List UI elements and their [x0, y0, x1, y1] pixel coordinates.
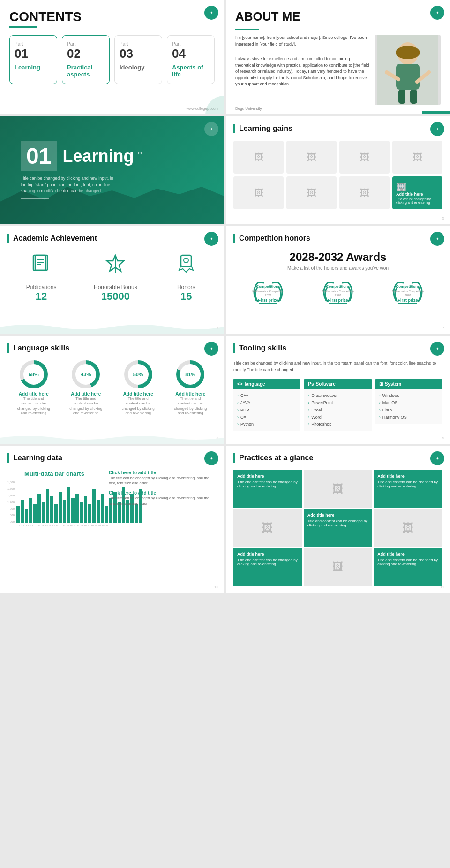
award-2: Competitions Mathematics Competition 202… [312, 277, 364, 314]
img-3: 🖼 [339, 141, 390, 174]
skill-81: 81% Add title here The title and content… [174, 360, 207, 416]
university: Degu University [235, 107, 262, 111]
slide-num-11: 11 [440, 585, 444, 589]
sw-excel: Excel [308, 407, 368, 414]
skill-68: 68% Add title here The title and content… [17, 360, 50, 416]
lang-list: C++ JAVA PHP C# Python [233, 389, 300, 431]
bottom-stripe [422, 111, 450, 114]
svg-text:Competitions: Competitions [396, 284, 420, 289]
y-axis: 1,8001,6001,4001,200900600300 [8, 481, 16, 523]
img-2: 🖼 [286, 141, 337, 174]
img-5: 🖼 [233, 176, 284, 209]
sw-dw: Dreamweaver [308, 392, 368, 399]
practice-cell-5[interactable]: Add title here Title and content can be … [374, 548, 442, 586]
lang-col-icon: <> [237, 381, 243, 387]
comp-title: Competition honors [239, 234, 310, 243]
circle-50: 50% [124, 360, 152, 388]
slide-num-9: 9 [442, 436, 444, 440]
part-card-03[interactable]: Part 03 Ideology [114, 35, 162, 84]
section-accent [233, 124, 235, 133]
data-item-1-title[interactable]: Click here to add title [109, 470, 217, 475]
data-title: Learning data [13, 454, 62, 462]
learning-divider [21, 198, 49, 199]
sw-word: Word [308, 414, 368, 421]
skill-50: 50% Add title here The title and content… [122, 360, 155, 416]
logo-academic: ✦ [204, 232, 218, 246]
data-item-2-desc: The title can be changed by clicking and… [109, 495, 217, 506]
circle-68: 68% [20, 360, 48, 388]
lang-python: Python [237, 421, 297, 428]
img-8-add[interactable]: 🏢 Add title here Title can be changed by… [392, 176, 442, 209]
circle-81: 81% [176, 360, 204, 388]
img-6: 🖼 [286, 176, 337, 209]
bar-1 [16, 506, 20, 523]
wreath-icon-2: Competitions Mathematics Competition 202… [312, 277, 364, 312]
slide-competition: ✦ Competition honors 2028-2032 Awards Ma… [226, 226, 450, 334]
skill-circles: 68% Add title here The title and content… [8, 360, 217, 416]
practice-cell-1[interactable]: Add title here Title and content can be … [233, 470, 302, 508]
sys-list: Windows Mac OS Linux Harmony OS [375, 389, 442, 424]
parts-grid: Part 01 Learning Part 02 Practical aspec… [9, 35, 215, 84]
wreath-icon-3: Competitions Mathematics Competition 202… [382, 277, 434, 312]
slide-num-6: 6 [217, 326, 218, 330]
data-item-2: Click here to add title The title can be… [109, 490, 217, 506]
data-item-2-title[interactable]: Click here to add title [109, 490, 217, 495]
comp-year: 2028-2032 Awards [233, 251, 442, 264]
sw-list: Dreamweaver PowerPoint Excel Word Photos… [304, 389, 371, 431]
data-text-items: Click here to add title The title can be… [109, 470, 217, 511]
practice-cell-2[interactable]: Add title here Title and content can be … [374, 470, 442, 508]
part-card-01[interactable]: Part 01 Learning [9, 35, 57, 84]
learning-quote: " [137, 149, 142, 164]
contents-title: CONTENTS [9, 9, 215, 24]
bonus-icon [94, 252, 137, 280]
publications-label: Publications [26, 284, 57, 290]
slide-num-7: 7 [442, 326, 444, 330]
tools-table: <> language C++ JAVA PHP C# Python Ps So… [233, 379, 442, 431]
wave-deco-lang [0, 432, 224, 444]
system-icon: ⊞ [379, 381, 383, 387]
logo-lang: ✦ [204, 342, 218, 356]
practices-top-row: Add title here Title and content can be … [233, 470, 442, 508]
slide-contents: ✦ CONTENTS Part 01 Learning Part 02 Prac… [0, 0, 224, 114]
stat-publications: Publications 12 [26, 252, 57, 303]
gains-title: Learning gains [239, 124, 292, 133]
practice-cell-3[interactable]: Add title here Title and content can be … [304, 509, 373, 547]
bar-9 [50, 496, 53, 524]
awards-row: Competitions Mathematics Competition 202… [233, 277, 442, 314]
practice-cell-4[interactable]: Add title here Title and content can be … [233, 548, 302, 586]
logo-about: ✦ [430, 6, 444, 20]
slide-learning: ✦ 01 Learning " Title can be changed by … [0, 116, 224, 224]
part-card-02[interactable]: Part 02 Practical aspects [62, 35, 110, 84]
bar-19 [92, 489, 96, 523]
lang-php: PHP [237, 407, 297, 414]
comp-accent [233, 234, 235, 243]
about-content: I'm [your name], from [your school and m… [235, 35, 441, 105]
slide-learning-gains: ✦ Learning gains 🖼 🖼 🖼 🖼 🖼 🖼 🖼 🏢 Add tit… [226, 116, 450, 224]
lang-col-header: <> language [233, 379, 300, 389]
corner-deco [205, 96, 224, 114]
slide-about: ✦ ABOUT ME I'm [your name], from [your s… [226, 0, 450, 114]
stats-row: Publications 12 Honorable Bonus 15000 [8, 252, 217, 303]
academic-title: Academic Achievement [13, 234, 97, 243]
data-accent [8, 453, 9, 463]
bar-8 [46, 489, 49, 523]
practice-img-2: 🖼 [233, 509, 302, 547]
bonus-value: 15000 [94, 290, 137, 303]
honors-icon [174, 252, 198, 280]
tools-accent [233, 343, 235, 353]
svg-rect-6 [398, 90, 405, 104]
award-3: Competitions Mathematics Competition 202… [382, 277, 434, 314]
award-1: Competitions Mathematics Competition 202… [242, 277, 294, 314]
svg-text:Mathematics Competition: Mathematics Competition [392, 290, 424, 293]
practices-bottom-row: 🖼 Add title here Title and content can b… [233, 509, 442, 547]
honors-label: Honors [174, 284, 198, 290]
svg-rect-15 [181, 255, 191, 266]
part-card-04[interactable]: Part 04 Aspects of life [167, 35, 215, 84]
logo-tools: ✦ [430, 342, 444, 356]
tool-col-software: Ps Software Dreamweaver PowerPoint Excel… [304, 379, 371, 431]
svg-text:First prize: First prize [398, 298, 418, 303]
practices-title: Practices at a glance [239, 454, 313, 462]
lang-csharp: C# [237, 414, 297, 421]
publications-icon [26, 252, 57, 280]
tool-col-lang: <> language C++ JAVA PHP C# Python [233, 379, 300, 431]
